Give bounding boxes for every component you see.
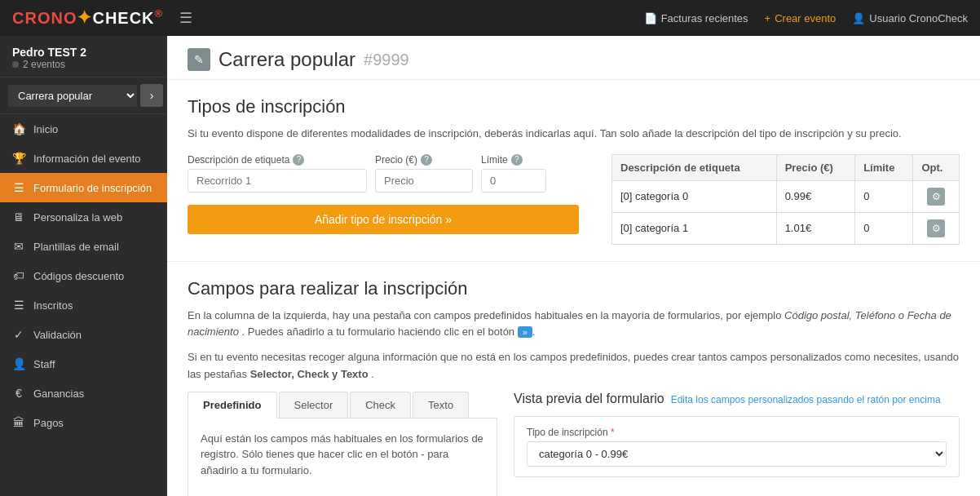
page-title: Carrera popular [219, 48, 355, 71]
recent-invoices-link[interactable]: 📄 Facturas recientes [644, 12, 748, 24]
user-icon: 👤 [852, 12, 865, 24]
tabs-row: Predefinido Selector Check Texto [188, 392, 497, 418]
navbar-right: 📄 Facturas recientes + Crear evento 👤 Us… [644, 12, 968, 24]
row1-desc: [0] categoría 1 [612, 212, 777, 244]
bank-icon: 🏛 [12, 416, 25, 429]
desc-field-group: Descripción de etiqueta ? [188, 154, 367, 193]
sidebar-item-plantillas[interactable]: ✉ Plantillas de email [0, 232, 167, 261]
price-input[interactable] [375, 169, 473, 193]
row1-gear-button[interactable]: ⚙ [927, 219, 945, 237]
inscription-form-col: Descripción de etiqueta ? Precio (€) ? [188, 154, 579, 234]
add-inscription-type-button[interactable]: Añadir tipo de inscripción » [188, 205, 579, 234]
inscription-types-desc: Si tu evento dispone de diferentes modal… [188, 126, 960, 142]
event-arrow-button[interactable]: › [140, 84, 163, 107]
fields-left-content: Aquí están los campos más habituales en … [188, 418, 497, 496]
tag-icon: 🏷 [12, 269, 25, 282]
sidebar-item-validacion[interactable]: ✓ Validación [0, 320, 167, 349]
page-header-icon: ✎ [188, 48, 210, 71]
inscription-types-section: Tipos de inscripción Si tu evento dispon… [167, 80, 980, 262]
euro-icon: € [12, 387, 25, 400]
sidebar-item-codigos[interactable]: 🏷 Códigos descuento [0, 261, 167, 290]
tab-check[interactable]: Check [350, 392, 411, 418]
page-header: ✎ Carrera popular #9999 [167, 36, 980, 80]
sidebar-item-inscritos[interactable]: ☰ Inscritos [0, 290, 167, 320]
price-field-group: Precio (€) ? [375, 154, 473, 193]
th-desc: Descripción de etiqueta [612, 154, 777, 180]
tab-predefinido[interactable]: Predefinido [188, 392, 277, 418]
row0-gear-button[interactable]: ⚙ [927, 188, 945, 206]
email-icon: ✉ [12, 240, 25, 253]
row1-opt: ⚙ [913, 212, 960, 244]
price-help-badge[interactable]: ? [421, 154, 432, 166]
users-icon: ☰ [12, 299, 25, 312]
desc-help-badge[interactable]: ? [293, 154, 304, 166]
tab-texto[interactable]: Texto [413, 392, 469, 418]
row0-limit: 0 [855, 180, 913, 212]
row0-price: 0.99€ [776, 180, 855, 212]
row1-price: 1.01€ [776, 212, 855, 244]
fields-desc2: Si en tu evento necesitas recoger alguna… [188, 349, 960, 383]
row0-desc: [0] categoría 0 [612, 180, 777, 212]
preview-type-select[interactable]: categoría 0 - 0.99€ categoría 1 - 1.01€ [527, 441, 947, 467]
table-row: [0] categoría 1 1.01€ 0 ⚙ [612, 212, 960, 244]
invoice-icon: 📄 [644, 12, 657, 24]
preview-title: Vista previa del formulario [514, 392, 664, 406]
price-label: Precio (€) ? [375, 154, 473, 166]
fields-desc1: En la columna de la izquierda, hay una p… [188, 308, 960, 342]
limit-input[interactable] [481, 169, 546, 193]
limit-field-group: Límite ? [481, 154, 546, 193]
preview-subtitle: Edita los campos personalizados pasando … [671, 394, 941, 405]
sidebar-username: Pedro TEST 2 [12, 46, 155, 59]
sidebar-user: Pedro TEST 2 2 eventos [0, 36, 167, 78]
user-menu[interactable]: 👤 Usuario CronoCheck [852, 12, 968, 24]
inscription-table-wrap: Descripción de etiqueta Precio (€) Límit… [611, 154, 960, 245]
home-icon: 🏠 [12, 122, 25, 135]
sidebar-item-ganancias[interactable]: € Ganancias [0, 379, 167, 408]
fields-left-col: Predefinido Selector Check Texto Aquí es… [188, 392, 497, 496]
sidebar: Pedro TEST 2 2 eventos Carrera popular ›… [0, 36, 167, 496]
required-star: * [611, 427, 615, 438]
sidebar-item-staff[interactable]: 👤 Staff [0, 349, 167, 379]
sidebar-event-selector: Carrera popular › [0, 78, 167, 114]
sidebar-nav: 🏠 Inicio 🏆 Información del evento ☰ Form… [0, 114, 167, 496]
main-layout: Pedro TEST 2 2 eventos Carrera popular ›… [0, 36, 980, 496]
monitor-icon: 🖥 [12, 210, 25, 224]
brand-logo: CRONO✦CHECK® [12, 7, 163, 29]
event-select[interactable]: Carrera popular [8, 85, 137, 107]
th-price: Precio (€) [776, 154, 855, 180]
staff-icon: 👤 [12, 357, 25, 370]
sidebar-item-formulario[interactable]: ☰ Formulario de inscripción [0, 173, 167, 202]
th-limit: Límite [855, 154, 913, 180]
desc-label: Descripción de etiqueta ? [188, 154, 367, 166]
main-content: ✎ Carrera popular #9999 Tipos de inscrip… [167, 36, 980, 496]
fields-right-col: Vista previa del formulario Edita los ca… [514, 392, 960, 496]
tab-selector[interactable]: Selector [279, 392, 349, 418]
desc-input[interactable] [188, 169, 367, 193]
limit-label: Límite ? [481, 154, 546, 166]
arrow-inline-icon: » [518, 326, 532, 338]
hamburger-icon[interactable]: ☰ [179, 9, 192, 27]
status-dot-icon [12, 61, 19, 68]
limit-help-badge[interactable]: ? [511, 154, 523, 166]
inscription-form-row: Descripción de etiqueta ? Precio (€) ? [188, 154, 579, 193]
preview-field-inscripcion: Tipo de inscripción * categoría 0 - 0.99… [527, 427, 947, 467]
fields-title: Campos para realizar la inscripción [188, 278, 960, 299]
fields-section: Campos para realizar la inscripción En l… [167, 262, 980, 497]
sidebar-events-count: 2 eventos [12, 59, 155, 70]
th-opt: Opt. [913, 154, 960, 180]
inscription-table: Descripción de etiqueta Precio (€) Límit… [611, 154, 960, 245]
sidebar-item-inicio[interactable]: 🏠 Inicio [0, 114, 167, 144]
create-event-link[interactable]: + Crear evento [765, 12, 837, 24]
tab-content-text: Aquí están los campos más habituales en … [201, 431, 484, 479]
sidebar-item-pagos[interactable]: 🏛 Pagos [0, 408, 167, 437]
edit-icon: ✎ [194, 53, 204, 66]
check-icon: ✓ [12, 328, 25, 341]
table-row: [0] categoría 0 0.99€ 0 ⚙ [612, 180, 960, 212]
sidebar-item-personaliza[interactable]: 🖥 Personaliza la web [0, 202, 167, 232]
fields-content-row: Predefinido Selector Check Texto Aquí es… [188, 392, 960, 496]
sidebar-item-informacion[interactable]: 🏆 Información del evento [0, 144, 167, 173]
inscription-combined: Descripción de etiqueta ? Precio (€) ? [188, 154, 960, 245]
list-icon: ☰ [12, 181, 25, 194]
fields-right-header: Vista previa del formulario Edita los ca… [514, 392, 960, 406]
logo-text: CRONO✦CHECK® [12, 7, 163, 29]
